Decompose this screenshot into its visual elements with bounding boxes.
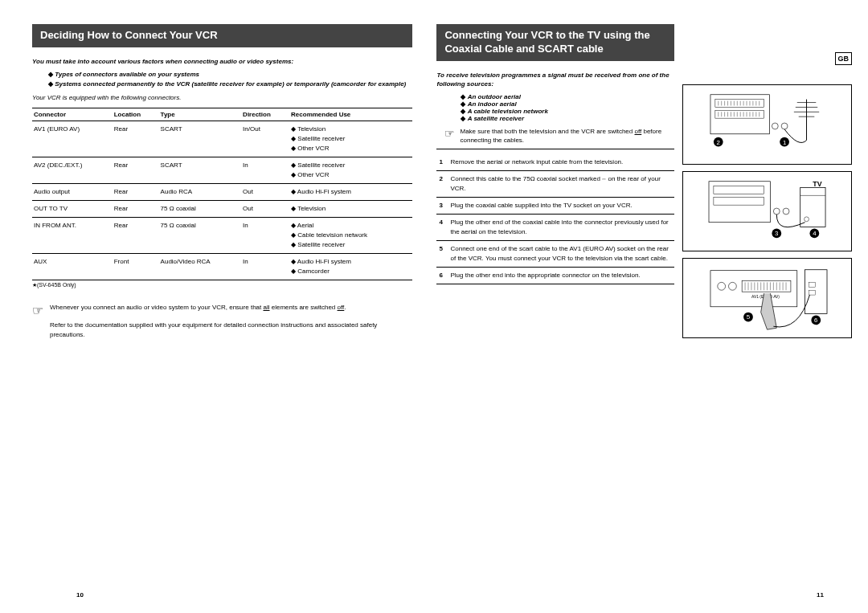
diagram-scart: AV1 (EURO AV) 5 6: [682, 258, 852, 338]
th-recuse: Recommended Use: [289, 108, 412, 121]
right-page: Connecting Your VCR to the TV using the …: [436, 24, 852, 345]
diagram-aerial: 2 1: [682, 84, 852, 165]
svg-text:4: 4: [813, 230, 817, 237]
diagram-tv: TV 3 4: [682, 171, 852, 251]
svg-rect-44: [714, 197, 764, 205]
source-list: An outdoor aerial An indoor aerial A cab…: [461, 93, 674, 122]
source-item: An outdoor aerial: [461, 93, 674, 100]
source-item: A cable television network: [461, 108, 674, 115]
diagram-column: GB: [682, 24, 852, 345]
step-row: 4Plug the other end of the coaxial cable…: [436, 214, 674, 240]
right-hand-note: ☞ Make sure that both the television and…: [436, 127, 674, 149]
page-num-left: 10: [76, 591, 84, 599]
step-row: 3Plug the coaxial cable supplied into th…: [436, 197, 674, 214]
step-row: 2Connect this cable to the 75Ω coaxial s…: [436, 170, 674, 197]
svg-text:5: 5: [747, 313, 751, 321]
factor-item: Systems connected permanently to the VCR…: [48, 80, 412, 88]
svg-rect-74: [809, 282, 815, 287]
table-row: OUT TO TVRear75 Ω coaxialOutTelevision: [32, 201, 412, 218]
pointing-hand-icon: ☞: [32, 303, 43, 339]
pointing-hand-icon: ☞: [444, 127, 455, 145]
table-row: AV2 (DEC./EXT.)RearSCARTInSatellite rece…: [32, 157, 412, 184]
left-section-title: Deciding How to Connect Your VCR: [32, 24, 412, 47]
table-row: IN FROM ANT.Rear75 Ω coaxialInAerialCabl…: [32, 218, 412, 254]
factor-item: Types of connectors available on your sy…: [48, 71, 412, 78]
svg-rect-0: [710, 95, 770, 134]
factor-list: Types of connectors available on your sy…: [48, 71, 412, 88]
th-location: Location: [113, 108, 159, 121]
table-footnote: ★(SV-645B Only): [32, 282, 412, 288]
svg-point-49: [805, 217, 809, 222]
steps-table: 1Remove the aerial or network input cabl…: [436, 154, 674, 284]
svg-rect-54: [710, 271, 797, 307]
svg-rect-47: [800, 188, 825, 227]
svg-point-31: [772, 123, 778, 129]
svg-rect-73: [805, 270, 827, 314]
th-direction: Direction: [241, 108, 289, 121]
svg-point-70: [718, 282, 726, 290]
connector-table: Connector Location Type Direction Recomm…: [32, 108, 412, 280]
gb-badge: GB: [835, 52, 853, 65]
left-note: ☞ Whenever you connect an audio or video…: [32, 303, 412, 339]
table-row: Audio outputRearAudio RCAOutAudio Hi-Fi …: [32, 184, 412, 201]
step-row: 6Plug the other end into the appropriate…: [436, 267, 674, 284]
svg-point-45: [773, 208, 780, 215]
table-row: AV1 (EURO AV)RearSCARTIn/OutTelevisionSa…: [32, 121, 412, 157]
svg-point-46: [783, 208, 789, 215]
svg-rect-75: [809, 290, 815, 295]
svg-text:2: 2: [717, 139, 720, 146]
right-section-title: Connecting Your VCR to the TV using the …: [436, 24, 674, 61]
svg-rect-55: [742, 280, 791, 292]
source-item: An indoor aerial: [461, 100, 674, 108]
page-numbers: 10 11: [0, 591, 868, 599]
step-row: 5Connect one end of the scart cable to t…: [436, 240, 674, 267]
source-item: A satellite receiver: [461, 115, 674, 122]
step-row: 1Remove the aerial or network input cabl…: [436, 154, 674, 171]
svg-point-32: [781, 123, 788, 129]
left-subintro: Your VCR is equipped with the following …: [32, 94, 412, 101]
table-row: AUXFrontAudio/Video RCAInAudio Hi-Fi sys…: [32, 254, 412, 280]
left-page: Deciding How to Connect Your VCR You mus…: [32, 24, 412, 345]
th-connector: Connector: [32, 108, 113, 121]
svg-text:6: 6: [814, 317, 818, 324]
svg-point-71: [728, 282, 736, 290]
note2: Refer to the documentation supplied with…: [50, 321, 377, 337]
svg-rect-43: [714, 186, 764, 194]
note-text: Whenever you connect an audio or video s…: [50, 303, 412, 339]
left-intro: You must take into account various facto…: [32, 57, 412, 66]
svg-rect-2: [715, 110, 764, 118]
th-type: Type: [159, 108, 242, 121]
svg-text:1: 1: [783, 139, 786, 146]
page-num-right: 11: [817, 591, 824, 599]
tv-label: TV: [813, 180, 821, 188]
svg-rect-1: [715, 100, 764, 108]
right-intro: To receive television programmes a signa…: [436, 71, 674, 88]
svg-text:3: 3: [775, 230, 779, 237]
svg-rect-42: [709, 182, 770, 223]
